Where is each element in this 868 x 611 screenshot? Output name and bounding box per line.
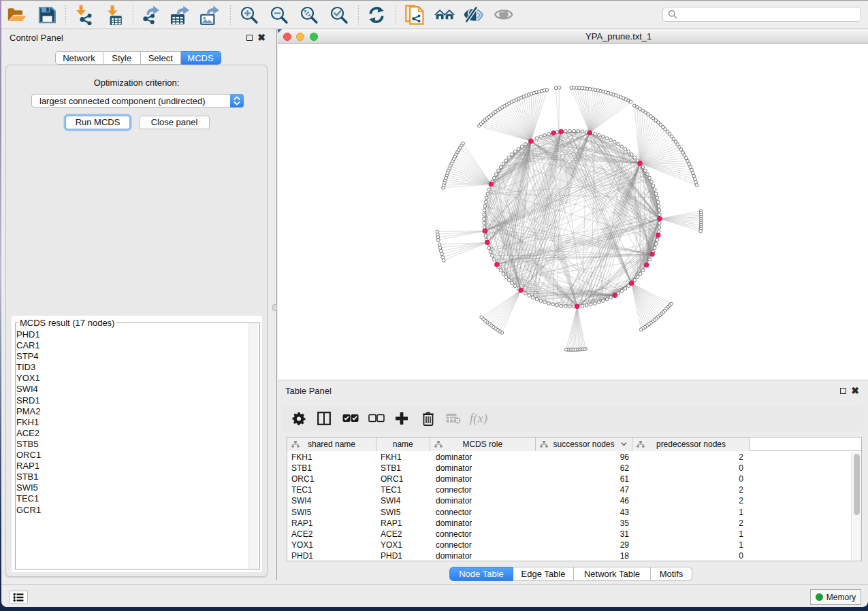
search-input[interactable] — [677, 8, 861, 20]
cell-shared-name[interactable]: ACE2 — [291, 529, 312, 539]
add-icon[interactable] — [389, 406, 414, 431]
table-row[interactable]: PHD1PHD1dominator180 — [287, 550, 861, 561]
cell-name[interactable]: ACE2 — [381, 529, 402, 539]
cell-name[interactable]: SWI5 — [381, 508, 400, 517]
cell-successor-nodes[interactable]: 46 — [536, 496, 629, 506]
deselect-all-icon[interactable] — [364, 406, 389, 431]
cell-name[interactable]: RAP1 — [381, 518, 402, 528]
cell-name[interactable]: YOX1 — [381, 540, 402, 550]
mcds-result-item[interactable]: CAR1 — [16, 340, 248, 351]
table-scrollbar-thumb[interactable] — [854, 454, 860, 515]
cell-predecessor-nodes[interactable]: 2 — [632, 452, 743, 462]
first-neighbors-button[interactable] — [430, 1, 455, 29]
mcds-result-item[interactable]: FKH1 — [16, 417, 248, 428]
zoom-out-button[interactable] — [267, 1, 291, 29]
cell-predecessor-nodes[interactable]: 1 — [632, 540, 743, 550]
window-close-icon[interactable] — [283, 33, 291, 41]
cell-mcds-role[interactable]: connector — [436, 485, 472, 495]
cell-shared-name[interactable]: PHD1 — [291, 551, 313, 561]
cell-mcds-role[interactable]: dominator — [436, 452, 472, 462]
tab-select[interactable]: Select — [141, 51, 181, 65]
tab-network[interactable]: Network — [55, 51, 103, 65]
cell-mcds-role[interactable]: dominator — [436, 551, 472, 561]
close-panel-button[interactable]: Close panel — [139, 116, 210, 129]
float-panel-icon[interactable] — [246, 35, 253, 41]
cell-name[interactable]: FKH1 — [381, 452, 402, 462]
table-row[interactable]: SWI5SWI5connector431 — [287, 507, 861, 518]
cell-mcds-role[interactable]: connector — [436, 508, 472, 517]
network-window-titlebar[interactable]: YPA_prune.txt_1 — [278, 29, 868, 44]
cell-predecessor-nodes[interactable]: 0 — [632, 463, 743, 473]
tab-network-table[interactable]: Network Table — [574, 567, 651, 581]
table-row[interactable]: RAP1RAP1dominator352 — [287, 518, 861, 529]
cell-mcds-role[interactable]: connector — [436, 540, 472, 550]
cell-shared-name[interactable]: SWI5 — [291, 508, 311, 517]
cell-successor-nodes[interactable]: 35 — [536, 518, 629, 528]
mcds-result-item[interactable]: TID3 — [16, 362, 248, 373]
delete-table-icon[interactable] — [441, 406, 466, 431]
cell-predecessor-nodes[interactable]: 2 — [632, 496, 743, 506]
column-header-name[interactable]: name — [376, 437, 430, 452]
float-panel-icon[interactable] — [840, 388, 846, 394]
cell-successor-nodes[interactable]: 31 — [536, 529, 629, 539]
mcds-result-scrollbar[interactable] — [248, 323, 258, 569]
import-network-button[interactable] — [74, 1, 98, 29]
export-table-button[interactable] — [168, 1, 193, 29]
function-builder-icon[interactable]: f(x) — [466, 406, 491, 431]
columns-icon[interactable] — [312, 406, 336, 431]
column-header-MCDS-role[interactable]: MCDS role — [430, 437, 536, 452]
table-row[interactable]: YOX1YOX1connector291 — [287, 540, 861, 550]
cell-mcds-role[interactable]: dominator — [436, 496, 472, 506]
cell-predecessor-nodes[interactable]: 1 — [632, 508, 743, 517]
gear-icon[interactable] — [287, 406, 311, 431]
mcds-result-item[interactable]: TEC1 — [16, 493, 248, 504]
close-panel-icon[interactable]: ✖ — [257, 34, 266, 41]
cell-name[interactable]: PHD1 — [381, 551, 402, 561]
cell-successor-nodes[interactable]: 61 — [536, 474, 629, 484]
table-row[interactable]: TEC1TEC1connector472 — [287, 484, 861, 495]
mcds-result-item[interactable]: YOX1 — [16, 373, 248, 384]
zoom-in-button[interactable] — [237, 1, 261, 29]
cell-mcds-role[interactable]: dominator — [436, 474, 472, 484]
cell-shared-name[interactable]: YOX1 — [291, 540, 313, 550]
tab-edge-table[interactable]: Edge Table — [513, 567, 574, 581]
table-row[interactable]: ACE2ACE2connector311 — [287, 529, 861, 540]
cell-mcds-role[interactable]: dominator — [436, 463, 472, 473]
cell-mcds-role[interactable]: dominator — [436, 518, 472, 528]
cell-predecessor-nodes[interactable]: 2 — [632, 518, 743, 528]
cell-predecessor-nodes[interactable]: 2 — [632, 485, 743, 495]
tab-style[interactable]: Style — [103, 51, 142, 65]
mcds-result-item[interactable]: STP4 — [16, 351, 248, 362]
run-mcds-button[interactable]: Run MCDS — [65, 116, 130, 129]
open-file-button[interactable] — [5, 1, 30, 29]
clone-network-button[interactable] — [404, 1, 428, 29]
cell-predecessor-nodes[interactable]: 0 — [632, 474, 743, 484]
cell-shared-name[interactable]: FKH1 — [291, 452, 312, 462]
mcds-result-item[interactable]: GCR1 — [16, 505, 248, 516]
delete-icon[interactable] — [416, 406, 440, 431]
cell-name[interactable]: ORC1 — [381, 474, 403, 484]
zoom-fit-button[interactable] — [297, 1, 321, 29]
cell-successor-nodes[interactable]: 62 — [536, 463, 629, 473]
cell-successor-nodes[interactable]: 29 — [536, 540, 629, 550]
refresh-button[interactable] — [364, 1, 389, 29]
mcds-result-item[interactable]: SWI4 — [16, 384, 248, 395]
table-row[interactable]: ORC1ORC1dominator610 — [287, 474, 861, 484]
mcds-result-item[interactable]: PMA2 — [16, 406, 248, 417]
hide-selected-button[interactable] — [460, 1, 485, 29]
cell-name[interactable]: TEC1 — [381, 485, 402, 495]
zoom-selected-button[interactable] — [327, 1, 351, 29]
import-table-button[interactable] — [103, 1, 127, 29]
cell-shared-name[interactable]: STB1 — [291, 463, 312, 473]
mcds-result-item[interactable]: SRD1 — [16, 395, 248, 406]
table-row[interactable]: FKH1FKH1dominator962 — [287, 452, 861, 463]
optimization-criterion-select[interactable]: largest connected component (undirected) — [31, 94, 244, 108]
cell-mcds-role[interactable]: connector — [436, 529, 472, 539]
export-image-button[interactable] — [198, 1, 223, 29]
task-history-button[interactable] — [9, 591, 28, 604]
show-all-button[interactable] — [490, 1, 515, 29]
cell-shared-name[interactable]: TEC1 — [291, 485, 312, 495]
mcds-result-item[interactable]: ORC1 — [16, 450, 248, 461]
table-row[interactable]: SWI4SWI4dominator462 — [287, 495, 861, 506]
mcds-result-list[interactable]: PHD1CAR1STP4TID3YOX1SWI4SRD1PMA2FKH1ACE2… — [16, 329, 248, 568]
